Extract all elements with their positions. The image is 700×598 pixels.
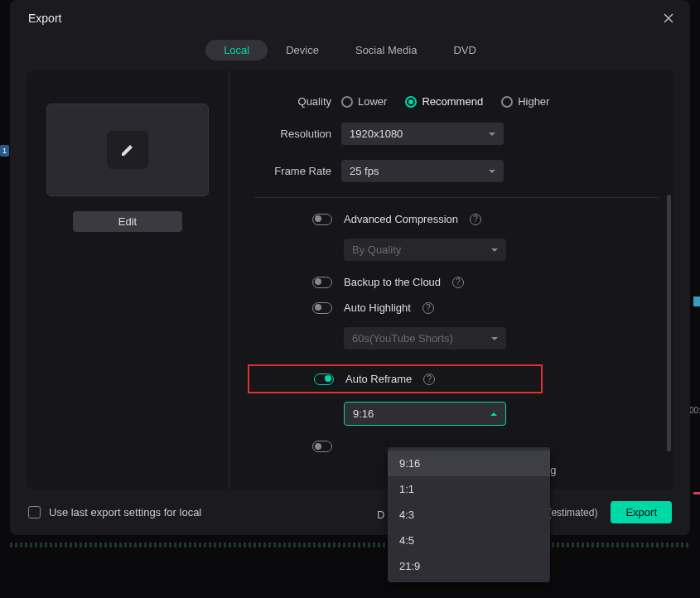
- ratio-option-4-3[interactable]: 4:3: [388, 502, 550, 528]
- auto-reframe-label: Auto Reframe: [345, 373, 412, 385]
- ratio-option-4-5[interactable]: 4:5: [388, 528, 550, 553]
- help-icon[interactable]: ?: [470, 214, 481, 225]
- timeline-time-hint: 00:s: [689, 406, 700, 415]
- chevron-down-icon: [491, 337, 498, 340]
- chevron-down-icon: [491, 248, 498, 252]
- preview-thumbnail: [46, 104, 209, 196]
- backup-cloud-toggle[interactable]: [312, 277, 332, 288]
- quality-higher-radio[interactable]: Higher: [501, 95, 549, 108]
- export-dialog: Export Local Device Social Media DVD Edi…: [10, 0, 690, 535]
- hidden-toggle[interactable]: [312, 441, 332, 452]
- use-last-settings-label: Use last export settings for local: [49, 506, 201, 518]
- obscured-duration-prefix: D: [377, 509, 384, 521]
- estimate-label: (estimated): [548, 507, 597, 518]
- quality-lower-radio[interactable]: Lower: [341, 95, 387, 108]
- auto-reframe-highlight: Auto Reframe ?: [248, 364, 543, 393]
- auto-highlight-preset-select: 60s(YouTube Shorts): [344, 327, 506, 350]
- auto-highlight-label: Auto Highlight: [344, 301, 411, 314]
- advanced-compression-label: Advanced Compression: [344, 213, 458, 225]
- ratio-option-9-16[interactable]: 9:16: [388, 451, 550, 476]
- frame-rate-select[interactable]: 25 fps: [341, 160, 504, 182]
- help-icon[interactable]: ?: [452, 277, 464, 288]
- advanced-compression-toggle[interactable]: [312, 214, 332, 225]
- help-icon[interactable]: ?: [422, 302, 434, 314]
- edit-icon: [107, 131, 148, 169]
- export-button[interactable]: Export: [611, 501, 672, 523]
- quality-recommend-radio[interactable]: Recommend: [405, 95, 483, 108]
- tab-local[interactable]: Local: [205, 40, 268, 60]
- resolution-select[interactable]: 1920x1080: [341, 123, 504, 145]
- backup-cloud-label: Backup to the Cloud: [344, 276, 441, 288]
- auto-highlight-toggle[interactable]: [312, 302, 332, 314]
- ratio-option-21-9[interactable]: 21:9: [388, 553, 550, 579]
- auto-reframe-toggle[interactable]: [314, 374, 334, 385]
- use-last-settings-checkbox[interactable]: [28, 506, 41, 518]
- dialog-title: Export: [28, 12, 61, 25]
- scrollbar[interactable]: [667, 195, 671, 451]
- ratio-option-1-1[interactable]: 1:1: [388, 476, 550, 502]
- tab-social-media[interactable]: Social Media: [337, 40, 435, 60]
- quality-label: Quality: [254, 95, 341, 108]
- frame-rate-label: Frame Rate: [254, 165, 341, 177]
- tab-device[interactable]: Device: [268, 40, 337, 60]
- chevron-down-icon: [489, 133, 495, 136]
- export-tabs: Local Device Social Media DVD: [10, 33, 690, 70]
- tab-dvd[interactable]: DVD: [435, 40, 494, 60]
- timeline-tick: 1: [0, 145, 9, 157]
- auto-reframe-ratio-select[interactable]: 9:16: [344, 402, 506, 426]
- chevron-down-icon: [489, 170, 495, 173]
- chevron-up-icon: [490, 412, 497, 416]
- compression-mode-select: By Quality: [344, 239, 506, 261]
- edit-button[interactable]: Edit: [73, 211, 182, 232]
- resolution-label: Resolution: [254, 128, 341, 140]
- close-icon[interactable]: [662, 12, 675, 25]
- help-icon[interactable]: ?: [423, 374, 435, 385]
- auto-reframe-ratio-dropdown: 9:16 1:1 4:3 4:5 21:9: [388, 447, 550, 582]
